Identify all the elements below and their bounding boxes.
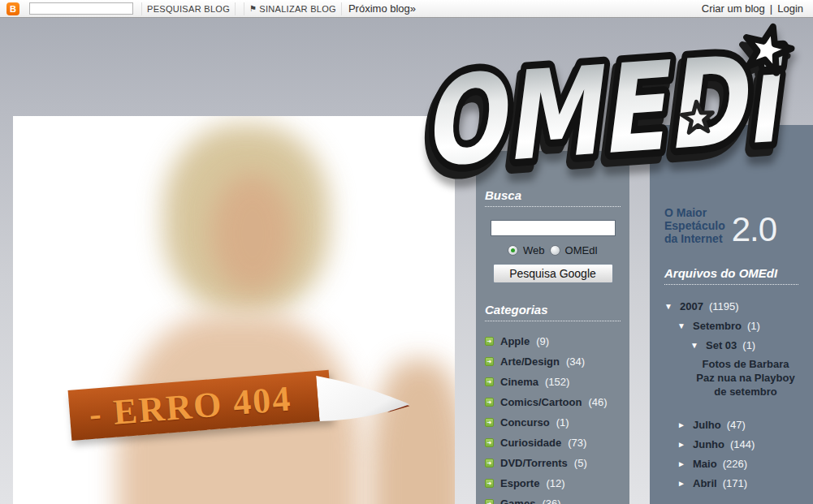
category-label: Apple [500,335,530,347]
archive-month-setembro[interactable]: ▼ Setembro (1) [664,316,798,335]
login-link[interactable]: Login [777,2,803,15]
category-label: Curiosidade [500,437,561,449]
category-count: (5) [574,457,587,469]
category-count: (73) [568,437,586,449]
triangle-open-icon[interactable]: ▼ [664,302,674,311]
archive-count: (1) [747,320,760,332]
page-curl-icon [316,364,418,432]
navbar-right: Criar um blog | Login [702,2,803,15]
category-count: (152) [545,376,569,388]
arrow-bullet-icon: ➜ [485,357,494,366]
category-item[interactable]: ➜ Arte/Design (34) [485,351,621,372]
arrow-bullet-icon: ➜ [485,398,494,407]
arrow-bullet-icon: ➜ [485,438,494,447]
radio-selected-dot-icon [511,248,515,252]
archive-count: (47) [727,419,746,431]
tagline-line: Espetáculo [664,219,725,232]
category-label: Games [500,498,535,504]
archive-month-abril[interactable]: ► Abril (171) [664,473,798,493]
archive-count: (1195) [709,300,739,312]
archive-count: (144) [730,438,755,450]
archive-label: Maio [693,458,717,470]
category-count: (12) [546,477,564,489]
categories-list: ➜ Apple (9) ➜ Arte/Design (34) ➜ Cinema … [485,331,621,504]
archives-heading: Arquivos do OMEdI [664,266,798,285]
category-label: Comics/Cartoon [500,396,582,408]
triangle-open-icon[interactable]: ▼ [677,321,687,330]
category-label: DVD/Torrents [500,457,568,469]
radio-web-label[interactable]: Web [523,244,545,256]
triangle-closed-icon[interactable]: ► [677,420,687,429]
arrow-bullet-icon: ➜ [485,459,494,467]
logo-text: OMEDi [417,28,792,194]
archive-post-link[interactable]: Fotos de Barbara Paz nua na Playboy de s… [694,357,798,398]
create-blog-link[interactable]: Criar um blog [702,2,765,15]
archive-label: Abril [693,477,717,489]
category-count: (1) [556,416,569,429]
category-count: (36) [542,498,560,504]
post-photo: - ERRO 404 [13,116,455,504]
archive-tree: ▼ 2007 (1195) ▼ Setembro (1) ▼ Set 03 (1… [664,296,798,493]
search-scope-radios: Web OMEdI [485,244,621,256]
flag-icon: ⚑ [249,4,257,13]
category-label: Arte/Design [500,355,560,368]
category-item[interactable]: ➜ Games (36) [485,493,621,504]
archive-count: (1) [742,339,755,351]
photo-abstract-face [210,173,295,295]
radio-omedi[interactable] [550,245,560,256]
category-item[interactable]: ➜ Concurso (1) [485,412,621,433]
archive-label: Junho [693,438,724,450]
radio-web[interactable] [508,245,518,256]
next-blog-link[interactable]: Próximo blog» [348,2,416,15]
blogger-logo-icon[interactable]: B [6,2,19,15]
tagline-line: O Maior [664,206,725,219]
arrow-bullet-icon: ➜ [485,418,494,427]
category-count: (46) [588,396,607,408]
navbar-search-input[interactable] [29,2,133,15]
archive-label: Set 03 [706,339,737,351]
google-search-input[interactable] [491,220,616,236]
triangle-closed-icon[interactable]: ► [677,440,687,449]
archive-count: (226) [723,458,747,470]
site-tagline: O Maior Espetáculo da Internet 2.0 [664,206,798,245]
archive-year-2007[interactable]: ▼ 2007 (1195) [664,296,798,316]
archive-label: Setembro [693,320,742,332]
archive-label: Julho [693,419,721,431]
radio-omedi-label[interactable]: OMEdI [565,244,598,256]
category-item[interactable]: ➜ DVD/Torrents (5) [485,453,621,473]
archive-month-junho[interactable]: ► Junho (144) [664,434,798,454]
triangle-closed-icon[interactable]: ► [677,479,687,488]
blogger-navbar: B PESQUISAR BLOG ⚑ SINALIZAR BLOG Próxim… [0,0,813,18]
arrow-bullet-icon: ➜ [485,499,494,504]
flag-blog-label: SINALIZAR BLOG [259,4,336,14]
tagline-line: da Internet [664,232,725,245]
site-logo[interactable]: OMEDi [404,23,813,200]
category-item[interactable]: ➜ Curiosidade (73) [485,433,621,453]
category-label: Esporte [500,477,539,489]
arrow-bullet-icon: ➜ [485,377,494,386]
sidebar-search-categories: Busca Web OMEdI Pesquisa Google Categori… [476,151,629,504]
navbar-separator: | [770,2,772,15]
arrow-bullet-icon: ➜ [485,479,494,488]
category-item[interactable]: ➜ Cinema (152) [485,372,621,392]
category-count: (34) [566,355,585,368]
search-blog-button[interactable]: PESQUISAR BLOG [141,2,236,15]
archive-month-julho[interactable]: ► Julho (47) [664,415,798,434]
categories-heading: Categorias [485,303,621,321]
arrow-bullet-icon: ➜ [485,337,494,346]
category-label: Cinema [500,376,538,388]
archive-day-set03[interactable]: ▼ Set 03 (1) [664,335,798,355]
category-item[interactable]: ➜ Esporte (12) [485,473,621,493]
version-badge: 2.0 [732,214,776,245]
archive-count: (171) [723,477,747,489]
archive-label: 2007 [680,300,703,312]
triangle-closed-icon[interactable]: ► [677,459,687,468]
category-item[interactable]: ➜ Comics/Cartoon (46) [485,392,621,412]
category-count: (9) [536,335,549,347]
category-label: Concurso [500,416,550,429]
triangle-open-icon[interactable]: ▼ [690,341,700,350]
flag-blog-button[interactable]: ⚑ SINALIZAR BLOG [244,2,342,15]
category-item[interactable]: ➜ Apple (9) [485,331,621,351]
google-search-button[interactable]: Pesquisa Google [493,264,613,283]
archive-month-maio[interactable]: ► Maio (226) [664,454,798,473]
